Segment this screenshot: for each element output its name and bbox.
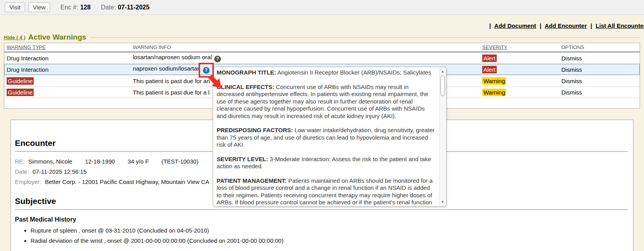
warning-type: Drug Interaction xyxy=(7,55,133,62)
encounter-datetime: 07-11-2025 12:56:15 xyxy=(33,168,87,175)
warning-row-drug-interaction-1: Drug Interaction losartan/naproxen sodiu… xyxy=(4,53,640,64)
view-button[interactable]: View xyxy=(28,2,50,12)
warnings-table-header: WARNING TYPE WARNING INFO SEVERITY OPTIO… xyxy=(4,43,640,53)
encounter-date-value: 07-11-2025 xyxy=(118,4,150,11)
column-severity[interactable]: SEVERITY xyxy=(482,44,561,50)
patient-management-label: PATIENT MANAGEMENT: xyxy=(217,177,287,184)
active-warnings-title: Active Warnings xyxy=(28,33,86,42)
warning-type-badge-guideline: Guideline xyxy=(7,89,34,96)
employer-value: Better Corp. - 12001 Pacific Coast Highw… xyxy=(45,178,210,185)
section-rule xyxy=(90,37,640,38)
date-label: Date: xyxy=(15,168,29,175)
nav-separator: | xyxy=(590,22,592,29)
clinical-effects-label: CLINICAL EFFECTS: xyxy=(217,84,274,90)
re-label: RE: xyxy=(15,158,25,165)
column-options: OPTIONS xyxy=(561,44,640,50)
severity-badge-alert: Alert xyxy=(482,55,497,62)
hide-warnings-link[interactable]: Hide ( 4 ) xyxy=(4,35,25,40)
dismiss-link[interactable]: Dismiss xyxy=(561,89,640,96)
monograph-help-icon-active[interactable]: ? xyxy=(203,67,210,74)
pmh-item: Rupture of spleen , onset @ 03-31-2010 (… xyxy=(31,227,628,234)
warning-info-text: naproxen sodium/losartan xyxy=(133,65,201,72)
patient-age-sex: 34 y/o F xyxy=(128,158,149,165)
monograph-title-text: Angiotensin II Receptor Blocker (ARB)/NS… xyxy=(276,69,431,76)
add-encounter-link[interactable]: Add Encounter xyxy=(545,22,587,29)
monograph-text: MONOGRAPH TITLE: Angiotensin II Receptor… xyxy=(213,67,446,206)
scrollbar-thumb[interactable] xyxy=(440,76,445,96)
dismiss-link[interactable]: Dismiss xyxy=(561,66,640,73)
nav-separator: | xyxy=(489,22,491,29)
past-medical-history-list: Rupture of spleen , onset @ 03-31-2010 (… xyxy=(31,227,628,244)
encounter-number-field: Enc #:128 xyxy=(60,4,90,11)
top-toolbar: Visit View Enc #:128 Date:07-11-2025 xyxy=(0,0,644,15)
employer-label: Employer: xyxy=(15,178,42,185)
add-document-link[interactable]: Add Document xyxy=(494,22,536,29)
severity-level-label: SEVERITY LEVEL: xyxy=(217,156,268,162)
scroll-up-icon[interactable]: ▲ xyxy=(440,68,446,75)
warning-type: Drug Interaction xyxy=(7,66,133,73)
severity-badge-warning: Warning xyxy=(482,77,506,85)
visit-button[interactable]: Visit xyxy=(5,2,25,12)
severity-badge-alert: Alert xyxy=(482,66,497,73)
column-warning-type[interactable]: WARNING TYPE xyxy=(7,44,133,50)
patient-name: Simmons, Nicole xyxy=(28,158,72,165)
list-all-encounters-link[interactable]: List All Encounters xyxy=(596,22,644,29)
nav-separator: | xyxy=(540,22,541,29)
tooltip-scrollbar[interactable]: ▲ ▼ xyxy=(439,67,446,206)
drug-monograph-tooltip: MONOGRAPH TITLE: Angiotensin II Receptor… xyxy=(213,67,447,207)
monograph-help-icon[interactable]: ? xyxy=(214,56,221,62)
patient-id: (TEST-10030) xyxy=(161,158,198,165)
warning-info-text: losartan/naproxen sodium oral xyxy=(133,54,212,60)
severity-badge-warning: Warning xyxy=(482,89,506,96)
scroll-down-icon[interactable]: ▼ xyxy=(440,199,446,205)
encounter-date-label: Date: xyxy=(101,4,116,11)
dismiss-link[interactable]: Dismiss xyxy=(561,55,640,62)
active-warnings-header: Hide ( 4 ) Active Warnings xyxy=(4,33,640,42)
encounter-number-value: 128 xyxy=(80,4,91,11)
dismiss-link[interactable]: Dismiss xyxy=(561,78,640,84)
warning-type-badge-guideline: Guideline xyxy=(7,77,34,85)
column-warning-info: WARNING INFO xyxy=(133,44,482,50)
encounter-date-field: Date:07-11-2025 xyxy=(101,4,149,11)
encounter-number-label: Enc #: xyxy=(60,4,78,11)
monograph-title-label: MONOGRAPH TITLE: xyxy=(217,69,276,76)
past-medical-history-title: Past Medical History xyxy=(15,216,628,223)
pmh-item: Radial deviation of the wrist , onset @ … xyxy=(31,237,628,244)
warning-info: losartan/naproxen sodium oral? xyxy=(133,54,482,62)
encounter-nav-links: | Add Document | Add Encounter | List Al… xyxy=(487,22,644,29)
patient-dob: 12-18-1990 xyxy=(85,158,115,165)
predisposing-factors-label: PREDISPOSING FACTORS: xyxy=(217,127,293,133)
section-divider xyxy=(15,209,628,210)
